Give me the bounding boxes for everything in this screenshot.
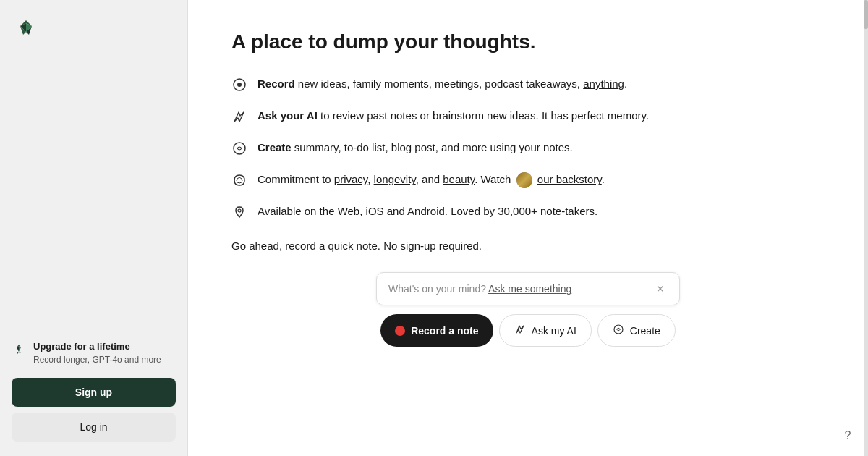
feature-item-available: Available on the Web, iOS and Android. L… — [231, 203, 825, 220]
sidebar-bottom: Upgrade for a lifetime Record longer, GP… — [12, 341, 176, 442]
svg-point-2 — [234, 143, 245, 154]
signup-button[interactable]: Sign up — [12, 378, 176, 407]
upgrade-text-block: Upgrade for a lifetime Record longer, GP… — [33, 341, 161, 366]
ask-my-ai-label: Ask my AI — [532, 325, 576, 337]
feature-text-record: Record new ideas, family moments, meetin… — [258, 75, 627, 93]
logo-icon — [14, 17, 38, 41]
backstory-link[interactable]: our backstory — [537, 173, 602, 185]
ios-link[interactable]: iOS — [366, 205, 384, 217]
create-label: Create — [630, 325, 660, 337]
scrollbar-track — [864, 0, 868, 456]
ask-me-something-link[interactable]: Ask me something — [488, 283, 571, 295]
longevity-link[interactable]: longevity — [374, 173, 416, 185]
action-buttons: Record a note Ask my AI Create — [380, 314, 676, 347]
record-note-button[interactable]: Record a note — [380, 314, 493, 347]
clear-input-button[interactable]: ✕ — [653, 282, 668, 296]
input-placeholder: What's on your mind? Ask me something — [388, 283, 571, 295]
svg-point-1 — [237, 83, 242, 87]
users-count-link[interactable]: 30,000+ — [498, 205, 537, 217]
privacy-link[interactable]: privacy — [334, 173, 367, 185]
feature-text-create: Create summary, to-do list, blog post, a… — [258, 139, 573, 156]
svg-point-3 — [238, 209, 241, 212]
record-note-label: Record a note — [411, 325, 478, 337]
main-content: A place to dump your thoughts. Record ne… — [188, 0, 868, 456]
upgrade-section: Upgrade for a lifetime Record longer, GP… — [12, 341, 176, 366]
ask-ai-btn-icon — [514, 324, 526, 337]
sidebar: Upgrade for a lifetime Record longer, GP… — [0, 0, 188, 456]
available-icon — [231, 204, 247, 220]
feature-list: Record new ideas, family moments, meetin… — [231, 75, 825, 220]
input-area: What's on your mind? Ask me something ✕ … — [231, 272, 825, 347]
anything-link[interactable]: anything — [583, 77, 624, 90]
upgrade-desc: Record longer, GPT-4o and more — [33, 354, 161, 366]
record-dot-icon — [395, 326, 405, 336]
scrollbar-thumb[interactable] — [864, 0, 868, 29]
logo — [12, 12, 176, 46]
privacy-icon — [231, 172, 247, 188]
feature-item-record: Record new ideas, family moments, meetin… — [231, 75, 825, 93]
feature-text-ask-ai: Ask your AI to review past notes or brai… — [258, 107, 649, 124]
cta-text: Go ahead, record a quick note. No sign-u… — [231, 237, 825, 255]
upgrade-icon — [12, 342, 26, 357]
page-title: A place to dump your thoughts. — [231, 29, 825, 55]
record-icon — [231, 77, 247, 93]
feature-item-create: Create summary, to-do list, blog post, a… — [231, 139, 825, 156]
feature-text-available: Available on the Web, iOS and Android. L… — [258, 203, 597, 220]
feature-item-ask-ai: Ask your AI to review past notes or brai… — [231, 107, 825, 124]
create-button[interactable]: Create — [597, 314, 676, 347]
ask-ai-icon — [231, 109, 247, 124]
android-link[interactable]: Android — [407, 205, 445, 217]
ask-my-ai-button[interactable]: Ask my AI — [499, 314, 592, 347]
create-btn-icon — [613, 324, 624, 337]
svg-point-4 — [614, 325, 623, 334]
feature-item-privacy: Commitment to privacy, longevity, and be… — [231, 171, 825, 188]
beauty-link[interactable]: beauty — [443, 173, 475, 185]
login-button[interactable]: Log in — [12, 413, 176, 442]
feature-text-privacy: Commitment to privacy, longevity, and be… — [258, 171, 605, 188]
help-icon[interactable]: ? — [839, 427, 856, 444]
upgrade-title: Upgrade for a lifetime — [33, 341, 161, 352]
backstory-avatar — [516, 172, 532, 188]
create-icon — [231, 140, 247, 156]
text-input-wrapper[interactable]: What's on your mind? Ask me something ✕ — [376, 272, 680, 305]
